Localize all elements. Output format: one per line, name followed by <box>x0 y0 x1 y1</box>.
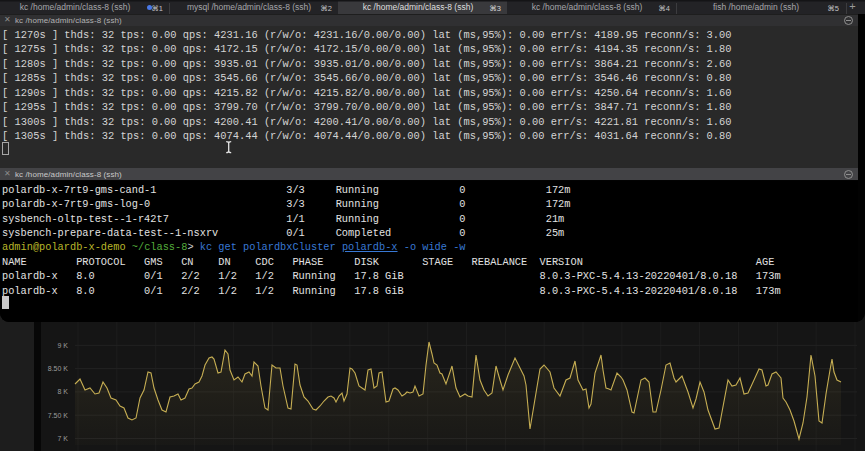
svg-text:9 K: 9 K <box>57 342 68 349</box>
svg-text:8 K: 8 K <box>57 388 68 395</box>
svg-text:7 K: 7 K <box>57 435 68 442</box>
svg-text:7.50 K: 7.50 K <box>48 412 69 419</box>
svg-text:8.50 K: 8.50 K <box>48 365 69 372</box>
